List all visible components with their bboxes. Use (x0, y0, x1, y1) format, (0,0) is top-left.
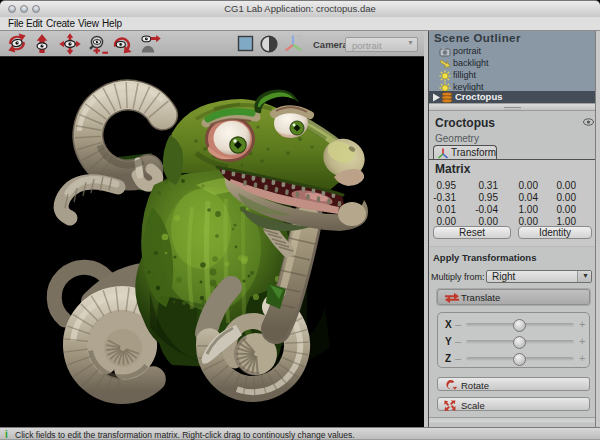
svg-text:?: ? (296, 33, 302, 45)
